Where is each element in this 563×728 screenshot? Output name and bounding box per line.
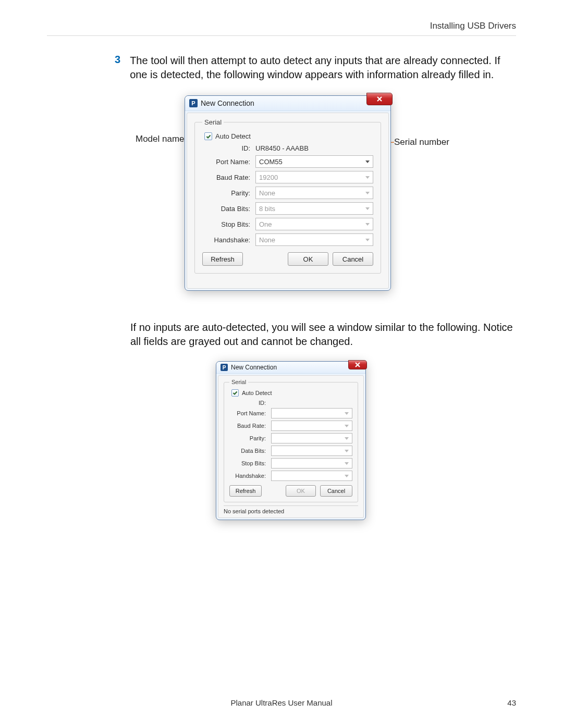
chevron-down-icon — [345, 412, 349, 415]
serial-fieldset: Serial Auto Detect ID: UR8450 - AAABB Po… — [194, 118, 381, 274]
stopbits-label: Stop Bits: — [202, 220, 255, 228]
handshake-label: Handshake: — [202, 236, 255, 244]
figure-1-wrap: Model name Serial number P New Connectio… — [47, 94, 516, 308]
chevron-down-icon — [365, 161, 370, 163]
baud-select[interactable] — [271, 421, 352, 431]
chevron-down-icon — [345, 437, 349, 440]
chevron-down-icon — [365, 223, 370, 226]
auto-detect-label: Auto Detect — [242, 390, 272, 396]
dialog-title: New Connection — [201, 99, 254, 107]
parity-label: Parity: — [202, 189, 255, 197]
databits-label: Data Bits: — [202, 205, 255, 213]
serial-legend: Serial — [229, 379, 248, 385]
cancel-button[interactable]: Cancel — [333, 252, 373, 266]
handshake-select[interactable]: None — [255, 233, 373, 246]
id-value: UR8450 - AAABB — [255, 144, 373, 152]
port-label: Port Name: — [202, 158, 255, 166]
paragraph-no-inputs: If no inputs are auto-detected, you will… — [130, 320, 516, 349]
parity-label: Parity: — [229, 435, 271, 441]
port-select[interactable] — [271, 408, 352, 418]
port-value: COM55 — [259, 158, 283, 166]
chevron-down-icon — [365, 207, 370, 210]
databits-select[interactable] — [271, 446, 352, 456]
footer-page-number: 43 — [507, 698, 516, 707]
step-number: 3 — [115, 54, 120, 66]
callout-model-name: Model name — [136, 134, 185, 144]
chevron-down-icon — [345, 475, 349, 477]
stopbits-select[interactable]: One — [255, 218, 373, 230]
dialog-titlebar: P New Connection — [216, 362, 365, 374]
dialog-new-connection-1: P New Connection Serial Auto Detect — [185, 95, 391, 291]
handshake-value: None — [259, 236, 275, 244]
check-icon — [206, 134, 211, 139]
cancel-button[interactable]: Cancel — [320, 485, 352, 497]
stopbits-select[interactable] — [271, 458, 352, 468]
port-label: Port Name: — [229, 410, 271, 416]
header-divider — [47, 35, 516, 36]
id-label: ID: — [229, 400, 271, 406]
chevron-down-icon — [345, 450, 349, 452]
baud-value: 19200 — [259, 174, 278, 181]
parity-select[interactable] — [271, 433, 352, 443]
baud-label: Baud Rate: — [202, 174, 255, 181]
chevron-down-icon — [345, 425, 349, 427]
parity-value: None — [259, 189, 275, 197]
baud-label: Baud Rate: — [229, 423, 271, 429]
chevron-down-icon — [365, 239, 370, 241]
chevron-down-icon — [365, 192, 370, 194]
callout-serial-number: Serial number — [394, 137, 449, 147]
databits-label: Data Bits: — [229, 448, 271, 454]
close-icon — [376, 95, 383, 103]
stopbits-value: One — [259, 220, 272, 228]
app-icon: P — [189, 99, 198, 107]
ok-button[interactable]: OK — [288, 252, 328, 266]
close-button[interactable] — [366, 93, 393, 105]
step-text: The tool will then attempt to auto detec… — [130, 54, 516, 82]
dialog-titlebar: P New Connection — [185, 96, 390, 111]
auto-detect-checkbox[interactable] — [204, 132, 212, 140]
footer-doc-title: Planar UltraRes User Manual — [0, 698, 563, 707]
port-select[interactable]: COM55 — [255, 155, 373, 168]
id-label: ID: — [202, 144, 255, 152]
handshake-label: Handshake: — [229, 473, 271, 479]
dialog-new-connection-2: P New Connection Serial Auto Detect — [216, 361, 366, 520]
refresh-button[interactable]: Refresh — [202, 252, 243, 266]
refresh-button[interactable]: Refresh — [229, 485, 262, 497]
baud-select[interactable]: 19200 — [255, 171, 373, 183]
ok-button[interactable]: OK — [286, 485, 316, 497]
check-icon — [232, 390, 238, 396]
section-header: Installing USB Drivers — [47, 21, 516, 31]
close-icon — [354, 361, 361, 368]
app-icon: P — [221, 364, 228, 371]
databits-select[interactable]: 8 bits — [255, 202, 373, 215]
close-button[interactable] — [348, 360, 367, 369]
chevron-down-icon — [345, 462, 349, 465]
auto-detect-label: Auto Detect — [215, 132, 251, 140]
databits-value: 8 bits — [259, 205, 275, 213]
parity-select[interactable]: None — [255, 187, 373, 199]
status-bar: No serial ports detected — [224, 505, 358, 514]
dialog-title: New Connection — [231, 364, 277, 371]
chevron-down-icon — [365, 176, 370, 179]
stopbits-label: Stop Bits: — [229, 460, 271, 466]
handshake-select[interactable] — [271, 471, 352, 481]
figure-2-wrap: P New Connection Serial Auto Detect — [47, 361, 516, 528]
serial-fieldset: Serial Auto Detect ID: Port Name: — [224, 379, 358, 502]
serial-legend: Serial — [202, 118, 224, 126]
auto-detect-checkbox[interactable] — [231, 389, 239, 397]
